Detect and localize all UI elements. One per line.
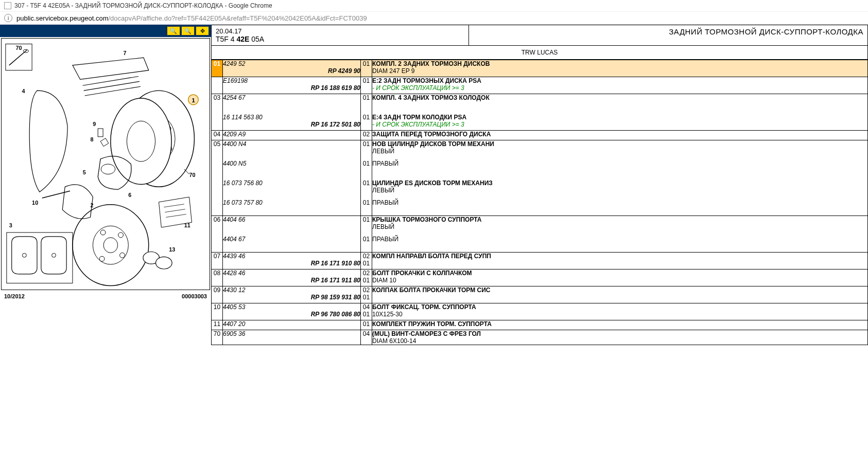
svg-point-15 — [111, 98, 171, 185]
svg-text:8: 8 — [90, 136, 93, 142]
part-reference: 4254 6716 114 563 80RP 16 172 501 80 — [223, 94, 361, 131]
part-reference: 4400 N44400 N516 073 756 8016 073 757 80 — [223, 140, 361, 216]
part-reference: 4428 46RP 16 171 911 80 — [223, 270, 361, 286]
svg-text:4: 4 — [22, 88, 25, 94]
part-description: НОВ ЦИЛИНДР ДИСКОВ ТОРМ МЕХАНИЛЕВЫЙПРАВЫ… — [372, 140, 868, 216]
svg-point-44 — [52, 253, 56, 257]
part-description: КОМПЛ. 2 ЗАДНИХ ТОРМОЗН ДИСКОВDIAM 247 E… — [372, 60, 868, 77]
part-number: 10 — [212, 303, 223, 320]
header-code: T5F 4 42E 05A — [216, 35, 464, 43]
url: public.servicebox.peugeot.com/docapvAP/a… — [16, 14, 367, 22]
svg-text:70: 70 — [15, 45, 22, 51]
diagram-date: 10/2012 — [4, 293, 25, 299]
svg-text:7: 7 — [123, 50, 126, 56]
part-reference: 4405 53RP 96 780 086 80 — [223, 303, 361, 320]
part-row[interactable]: 706905 3604(MUL) ВИНТ-САМОРЕЗ С ФРЕЗ ГОЛ… — [212, 330, 868, 345]
part-qty: 0401 — [361, 303, 372, 320]
part-row[interactable]: E169198RP 16 188 619 8001E:2 ЗАДН ТОРМОЗ… — [212, 77, 868, 94]
svg-line-7 — [85, 86, 141, 96]
diagram-code: 00003003 — [182, 293, 207, 299]
part-row[interactable]: 104405 53RP 96 780 086 800401БОЛТ ФИКСАЦ… — [212, 303, 868, 320]
part-qty: 01 — [361, 60, 372, 77]
part-qty: 04 — [361, 330, 372, 345]
svg-text:70: 70 — [189, 172, 196, 178]
svg-point-40 — [156, 257, 172, 269]
part-description: КОМПЛ НАПРАВЛ БОЛТА ПЕРЕД СУПП — [372, 253, 868, 270]
part-reference: 6905 36 — [223, 330, 361, 345]
svg-text:3: 3 — [9, 222, 12, 228]
part-description: E:2 ЗАДН ТОРМОЗНЫХ ДИСКА PSA- И СРОК ЭКС… — [372, 77, 868, 94]
part-row[interactable]: 084428 46RP 16 171 911 800201БОЛТ ПРОКАЧ… — [212, 270, 868, 286]
browser-tab[interactable]: 307 - T5F 4 42E05A - ЗАДНИЙ ТОРМОЗНОЙ ДИ… — [0, 0, 868, 11]
svg-rect-20 — [98, 129, 103, 137]
svg-line-27 — [42, 191, 70, 198]
part-row[interactable]: 074439 46RP 16 171 910 800201КОМПЛ НАПРА… — [212, 253, 868, 270]
page-icon — [4, 2, 11, 9]
svg-text:6: 6 — [128, 192, 131, 198]
part-description: КРЫШКА ТОРМОЗНОГО СУППОРТАЛЕВЫЙПРАВЫЙ — [372, 216, 868, 253]
part-reference: 4209 A9 — [223, 131, 361, 140]
svg-line-6 — [84, 81, 140, 91]
part-number: 08 — [212, 270, 223, 286]
part-qty: 0201 — [361, 270, 372, 286]
diagram-panel: 🔍 🔍 ✥ 70 7 4 — [0, 25, 211, 345]
part-qty: 01 — [361, 320, 372, 330]
part-reference: 4404 664404 67 — [223, 216, 361, 253]
part-row[interactable]: 064404 664404 670101КРЫШКА ТОРМОЗНОГО СУ… — [212, 216, 868, 253]
part-qty: 01 — [361, 77, 372, 94]
part-description: КОМПЛ. 4 ЗАДНИХ ТОРМОЗ КОЛОДОКE:4 ЗАДН Т… — [372, 94, 868, 131]
part-number: 03 — [212, 94, 223, 131]
part-reference: 4407 20 — [223, 320, 361, 330]
parts-table: 014249 52RP 4249 9001КОМПЛ. 2 ЗАДНИХ ТОР… — [211, 60, 868, 345]
tab-title: 307 - T5F 4 42E05A - ЗАДНИЙ ТОРМОЗНОЙ ДИ… — [14, 2, 272, 9]
part-row[interactable]: 034254 6716 114 563 80RP 16 172 501 8001… — [212, 94, 868, 131]
browser-chrome: 307 - T5F 4 42E05A - ЗАДНИЙ ТОРМОЗНОЙ ДИ… — [0, 0, 868, 25]
svg-point-25 — [101, 164, 115, 174]
svg-text:10: 10 — [32, 200, 38, 206]
part-description: КОМПЛЕКТ ПРУЖИН ТОРМ. СУППОРТА — [372, 320, 868, 330]
info-icon[interactable]: i — [4, 14, 12, 22]
part-row[interactable]: 014249 52RP 4249 9001КОМПЛ. 2 ЗАДНИХ ТОР… — [212, 60, 868, 77]
part-number: 05 — [212, 140, 223, 216]
part-number: 70 — [212, 330, 223, 345]
part-reference: 4249 52RP 4249 90 — [223, 60, 361, 77]
part-description: ЗАЩИТА ПЕРЕД ТОРМОЗНОГО ДИСКА — [372, 131, 868, 140]
part-description: БОЛТ ПРОКАЧКИ С КОЛПАЧКОМDIAM 10 — [372, 270, 868, 286]
part-number: 09 — [212, 286, 223, 303]
diagram-toolbar: 🔍 🔍 ✥ — [0, 25, 211, 37]
part-row[interactable]: 044209 A902ЗАЩИТА ПЕРЕД ТОРМОЗНОГО ДИСКА — [212, 131, 868, 140]
part-reference: E169198RP 16 188 619 80 — [223, 77, 361, 94]
zoom-in-button[interactable]: 🔍 — [167, 26, 180, 35]
zoom-out-button[interactable]: 🔍 — [181, 26, 195, 35]
header-row: 20.04.17 T5F 4 42E 05A ЗАДНИЙ ТОРМОЗНОЙ … — [211, 25, 868, 46]
part-row[interactable]: 094430 12RP 98 159 931 800201КОЛПАК БОЛТ… — [212, 286, 868, 303]
part-qty: 0201 — [361, 253, 372, 270]
part-description: БОЛТ ФИКСАЦ. ТОРМ. СУППОРТА10X125-30 — [372, 303, 868, 320]
part-qty: 0201 — [361, 286, 372, 303]
part-reference: 4430 12RP 98 159 931 80 — [223, 286, 361, 303]
part-qty: 01010101 — [361, 140, 372, 216]
svg-point-43 — [22, 253, 26, 257]
part-number: 04 — [212, 131, 223, 140]
part-number: 11 — [212, 320, 223, 330]
address-bar[interactable]: i public.servicebox.peugeot.com/docapvAP… — [0, 11, 868, 24]
part-qty: 0101 — [361, 216, 372, 253]
svg-text:9: 9 — [93, 121, 96, 127]
part-row[interactable]: 114407 2001КОМПЛЕКТ ПРУЖИН ТОРМ. СУППОРТ… — [212, 320, 868, 330]
header-title: ЗАДНИЙ ТОРМОЗНОЙ ДИСК-СУППОРТ-КОЛОДКА — [469, 25, 867, 45]
svg-text:5: 5 — [83, 169, 86, 175]
part-number — [212, 77, 223, 94]
parts-diagram[interactable]: 70 7 4 — [1, 38, 210, 290]
part-qty: 02 — [361, 131, 372, 140]
header-date: 20.04.17 — [216, 27, 464, 35]
svg-text:1: 1 — [192, 97, 195, 104]
part-description: (MUL) ВИНТ-САМОРЕЗ С ФРЕЗ ГОЛDIAM 6X100-… — [372, 330, 868, 345]
part-description: КОЛПАК БОЛТА ПРОКАЧКИ ТОРМ СИС — [372, 286, 868, 303]
part-reference: 4439 46RP 16 171 910 80 — [223, 253, 361, 270]
supplier-row: TRW LUCAS — [211, 46, 868, 60]
zoom-fit-button[interactable]: ✥ — [196, 26, 209, 35]
svg-text:13: 13 — [169, 246, 175, 253]
part-row[interactable]: 054400 N44400 N516 073 756 8016 073 757 … — [212, 140, 868, 216]
svg-point-29 — [73, 205, 149, 286]
parts-list-panel: 20.04.17 T5F 4 42E 05A ЗАДНИЙ ТОРМОЗНОЙ … — [211, 25, 868, 345]
